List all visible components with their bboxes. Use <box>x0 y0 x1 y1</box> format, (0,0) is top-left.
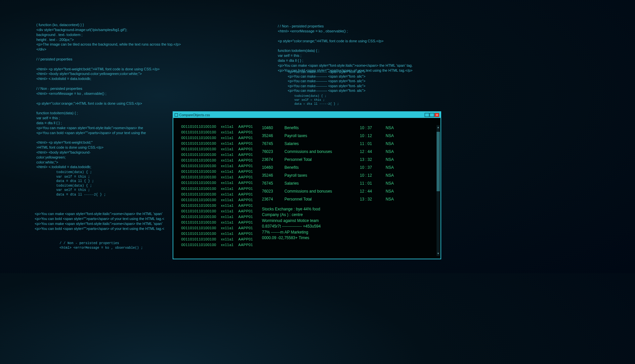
table-row: 76745Salaries11 : 01NSA <box>262 140 437 148</box>
scroll-down-icon[interactable]: ▼ <box>437 252 440 255</box>
table-row: 10460Benefits10 : 37NSA <box>262 164 437 171</box>
table-row: 76023Commissions and bonuses12 : 44NSA <box>262 187 437 195</box>
background-code-left-bottom2: / / Non - persisted properties<html> <er… <box>60 241 143 250</box>
table-row: 76023Commissions and bonuses12 : 44NSA <box>262 148 437 156</box>
background-code-right-mid: <p>You can make---------- <span style="f… <box>288 69 365 93</box>
binary-row: 0011010110100100xx11a1AAPP01 <box>181 203 256 208</box>
document-icon <box>175 113 178 117</box>
binary-row: 0011010110100100xx11a1AAPP01 <box>181 225 256 231</box>
data-column: 10460Benefits10 : 37NSA35246Payroll taxe… <box>256 118 441 259</box>
binary-row: 0011010110100100xx11a1AAPP01 <box>181 180 256 186</box>
binary-row: 0011010110100100xx11a1AAPP01 <box>181 237 256 242</box>
minimize-button[interactable] <box>425 113 429 117</box>
maximize-button[interactable] <box>430 113 434 117</box>
window-title: CompareObjects.css <box>179 113 210 117</box>
background-code-right-top: / / Non - persisted properties <html> <e… <box>278 24 427 73</box>
binary-row: 0011010110100100xx11a1AAPP01 <box>181 135 256 141</box>
scroll-thumb[interactable] <box>437 132 440 191</box>
stocks-info: Stocks Exchange : bye 44% foodCompany (A… <box>262 206 437 241</box>
scroll-up-icon[interactable]: ▲ <box>437 126 440 129</box>
binary-row: 0011010110100100xx11a1AAPP01 <box>181 169 256 174</box>
window-titlebar[interactable]: CompareObjects.css ✕ <box>173 112 441 118</box>
table-row: 76745Salaries11 : 01NSA <box>262 179 437 187</box>
compare-objects-window: CompareObjects.css ✕ 0011010110100100xx1… <box>173 111 441 259</box>
binary-row: 0011010110100100xx11a1AAPP01 <box>181 152 256 158</box>
binary-row: 0011010110100100xx11a1AAPP01 <box>181 220 256 225</box>
binary-column: 0011010110100100xx11a1AAPP01001101011010… <box>173 118 256 259</box>
binary-row: 0011010110100100xx11a1AAPP01 <box>181 197 256 203</box>
binary-row: 0011010110100100xx11a1AAPP01 <box>181 208 256 214</box>
binary-row: 0011010110100100xx11a1AAPP01 <box>181 174 256 180</box>
binary-row: 0011010110100100xx11a1AAPP01 <box>181 163 256 169</box>
scrollbar[interactable]: ▲ ▼ <box>437 125 440 256</box>
table-row: 35246Payroll taxes10 : 12NSA <box>262 171 437 179</box>
background-code-left-bottom1: <p>You can make <span style="font-style:… <box>35 211 164 231</box>
table-row: 23674Personnel Total13 : 32NSA <box>262 156 437 164</box>
binary-row: 0011010110100100xx11a1AAPP01 <box>181 158 256 163</box>
table-row: 23674Personnel Total13 : 32NSA <box>262 195 437 203</box>
binary-row: 0011010110100100xx11a1AAPP01 <box>181 141 256 146</box>
table-row: 35246Payroll taxes10 : 12NSA <box>262 132 437 140</box>
binary-row: 0011010110100100xx11a1AAPP01 <box>181 186 256 192</box>
binary-row: 0011010110100100xx11a1AAPP01 <box>181 242 256 248</box>
binary-row: 0011010110100100xx11a1AAPP01 <box>181 129 256 135</box>
binary-row: 0011010110100100xx11a1AAPP01 <box>181 214 256 220</box>
binary-row: 0011010110100100xx11a1AAPP01 <box>181 124 256 129</box>
background-code-right-small: todoitem(data) { ;var self = this ;data … <box>294 94 339 106</box>
background-code-left-mid: todoitem(data) { ;var self = this ;data … <box>56 170 106 197</box>
binary-row: 0011010110100100xx11a1AAPP01 <box>181 231 256 237</box>
table-row: 10460Benefits10 : 37NSA <box>262 124 437 132</box>
binary-row: 0011010110100100xx11a1AAPP01 <box>181 146 256 152</box>
binary-row: 0011010110100100xx11a1AAPP01 <box>181 192 256 197</box>
close-button[interactable]: ✕ <box>435 113 439 117</box>
